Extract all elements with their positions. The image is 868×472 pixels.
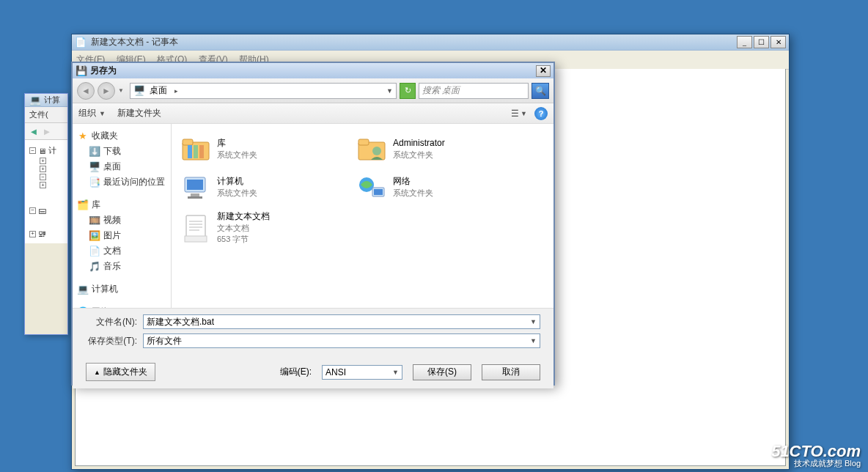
library-icon: 🗂️ — [77, 199, 89, 211]
bg-window-toolbar: ◄ ► — [25, 123, 67, 140]
chevron-right-icon: ▸ — [174, 87, 178, 95]
filename-input[interactable]: 新建文本文档.bat▼ — [143, 314, 540, 329]
saveas-fields: 文件名(N): 新建文本文档.bat▼ 保存类型(T): 所有文件▼ — [73, 308, 553, 355]
app-icon: 💻 — [29, 95, 41, 106]
maximize-button[interactable]: ☐ — [754, 36, 769, 48]
file-item-network[interactable]: 网络系统文件夹 — [353, 169, 515, 204]
document-icon: 📄 — [89, 246, 100, 257]
saveas-file-list[interactable]: 库系统文件夹 Administrator系统文件夹 计算机系统文件夹 网络系统文… — [172, 124, 553, 308]
text-file-icon — [180, 213, 211, 243]
address-path: 桌面 — [150, 84, 167, 97]
minimize-button[interactable]: _ — [737, 36, 752, 48]
savetype-label: 保存类型(T): — [86, 335, 137, 347]
chevron-down-icon[interactable]: ▼ — [386, 87, 393, 95]
search-input[interactable]: 搜索 桌面 — [419, 83, 529, 99]
computer-icon: 💻 — [77, 284, 89, 295]
save-as-dialog: 💾 另存为 ✕ ◄ ► ▼ 🖥️ 桌面 ▸ ▼ ↻ 搜索 桌面 🔍 组织 ▼ 新… — [71, 62, 555, 386]
svg-rect-14 — [374, 189, 383, 195]
saveas-titlebar[interactable]: 💾 另存为 ✕ — [73, 63, 553, 78]
chevron-down-icon[interactable]: ▼ — [392, 369, 399, 376]
saveas-sidebar: ★收藏夹 ⬇️下载 🖥️桌面 📑最近访问的位置 🗂️库 🎞️视频 🖼️图片 📄文… — [73, 124, 172, 308]
notepad-title: 新建文本文档 - 记事本 — [91, 36, 732, 48]
sidebar-item-downloads[interactable]: ⬇️下载 — [76, 144, 168, 159]
help-button[interactable]: ? — [534, 107, 548, 120]
address-bar[interactable]: 🖥️ 桌面 ▸ ▼ — [130, 83, 397, 99]
close-button[interactable]: ✕ — [770, 36, 786, 48]
svg-rect-11 — [188, 196, 202, 199]
sidebar-item-pictures[interactable]: 🖼️图片 — [76, 228, 168, 243]
sidebar-item-documents[interactable]: 📄文档 — [76, 243, 168, 259]
cancel-button[interactable]: 取消 — [482, 364, 540, 380]
organize-button[interactable]: 组织 ▼ — [78, 107, 106, 119]
chevron-up-icon: ▲ — [94, 369, 100, 376]
encoding-label: 编码(E): — [280, 366, 312, 378]
close-button[interactable]: ✕ — [536, 65, 551, 77]
background-mmc-window: 💻计算 文件( ◄ ► −🖥计 + + − + −🖴 +🖳 — [24, 93, 68, 335]
svg-rect-2 — [188, 145, 192, 158]
svg-rect-6 — [358, 139, 369, 145]
watermark: 51CTO.com 技术成就梦想 Blog — [771, 443, 861, 468]
svg-rect-20 — [185, 236, 207, 242]
back-icon: ◄ — [28, 125, 40, 137]
download-icon: ⬇️ — [89, 146, 100, 158]
picture-icon: 🖼️ — [89, 230, 100, 242]
search-button[interactable]: 🔍 — [532, 83, 549, 99]
tree-expand-icon[interactable]: + — [29, 231, 36, 237]
sidebar-item-music[interactable]: 🎵音乐 — [76, 259, 168, 274]
notepad-titlebar[interactable]: 📄 新建文本文档 - 记事本 _ ☐ ✕ — [72, 34, 789, 51]
new-folder-button[interactable]: 新建文件夹 — [117, 107, 161, 119]
fwd-icon: ► — [41, 125, 53, 137]
library-folder-icon — [180, 134, 211, 163]
notepad-icon: 📄 — [75, 37, 87, 48]
nav-back-button[interactable]: ◄ — [77, 82, 95, 100]
tree-expand-icon[interactable]: + — [40, 158, 46, 164]
saveas-navbar: ◄ ► ▼ 🖥️ 桌面 ▸ ▼ ↻ 搜索 桌面 🔍 — [73, 78, 553, 103]
file-item-libraries[interactable]: 库系统文件夹 — [177, 131, 339, 166]
sidebar-item-recent[interactable]: 📑最近访问的位置 — [76, 174, 168, 190]
save-button[interactable]: 保存(S) — [413, 364, 471, 380]
svg-rect-1 — [183, 139, 193, 145]
sidebar-favorites[interactable]: ★收藏夹 — [76, 128, 168, 144]
bg-window-tree: −🖥计 + + − + −🖴 +🖳 — [25, 140, 67, 243]
refresh-button[interactable]: ↻ — [400, 83, 416, 99]
sidebar-libraries[interactable]: 🗂️库 — [76, 197, 168, 213]
tree-expand-icon[interactable]: + — [40, 166, 46, 172]
svg-rect-10 — [191, 193, 199, 196]
desktop-icon: 🖥️ — [89, 161, 100, 173]
video-icon: 🎞️ — [89, 215, 100, 226]
nav-history-dropdown[interactable]: ▼ — [118, 87, 127, 94]
file-item-administrator[interactable]: Administrator系统文件夹 — [353, 131, 515, 166]
bg-window-title: 💻计算 — [25, 94, 67, 107]
savetype-select[interactable]: 所有文件▼ — [143, 333, 540, 348]
saveas-bottom-bar: ▲隐藏文件夹 编码(E): ANSI▼ 保存(S) 取消 — [73, 355, 553, 388]
svg-point-7 — [372, 147, 381, 155]
star-icon: ★ — [77, 130, 89, 142]
chevron-down-icon[interactable]: ▼ — [530, 318, 537, 325]
encoding-select[interactable]: ANSI▼ — [322, 365, 402, 380]
sidebar-network[interactable]: 🌐网络 — [76, 304, 168, 308]
computer-icon — [180, 172, 211, 202]
tree-expand-icon[interactable]: + — [40, 182, 46, 188]
chevron-down-icon[interactable]: ▼ — [530, 337, 537, 344]
music-icon: 🎵 — [89, 261, 100, 273]
sidebar-item-videos[interactable]: 🎞️视频 — [76, 213, 168, 228]
sidebar-item-desktop[interactable]: 🖥️桌面 — [76, 159, 168, 174]
svg-rect-9 — [187, 180, 203, 190]
recent-icon: 📑 — [89, 177, 100, 188]
svg-rect-4 — [199, 145, 204, 158]
saveas-title: 另存为 — [90, 64, 533, 77]
file-item-textdoc[interactable]: 新建文本文档文本文档653 字节 — [177, 207, 339, 248]
user-folder-icon — [356, 134, 387, 163]
chevron-down-icon: ▼ — [99, 110, 106, 117]
tree-collapse-icon[interactable]: − — [29, 147, 36, 154]
tree-collapse-icon[interactable]: − — [40, 174, 46, 180]
bg-window-menu: 文件( — [25, 107, 67, 123]
svg-rect-3 — [194, 145, 198, 158]
nav-forward-button[interactable]: ► — [98, 82, 115, 100]
tree-collapse-icon[interactable]: − — [29, 207, 36, 214]
file-item-computer[interactable]: 计算机系统文件夹 — [177, 169, 339, 204]
filename-label: 文件名(N): — [86, 316, 137, 328]
view-options-button[interactable]: ☰ ▼ — [511, 108, 527, 119]
sidebar-computer[interactable]: 💻计算机 — [76, 281, 168, 297]
hide-folders-button[interactable]: ▲隐藏文件夹 — [86, 363, 155, 381]
